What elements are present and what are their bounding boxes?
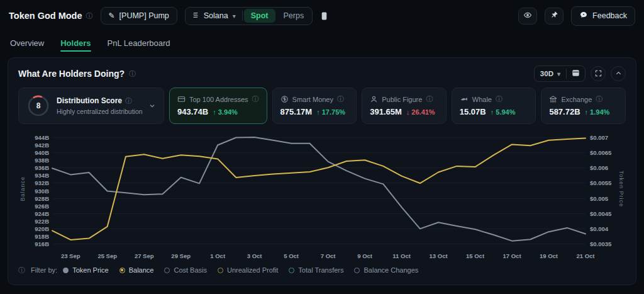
x-axis: 23 Sep25 Sep27 Sep29 Sep1 Oct3 Oct5 Oct7…: [52, 251, 586, 261]
stat-card-value: 391.65M: [370, 107, 402, 116]
market-tab-spot[interactable]: Spot: [244, 9, 275, 23]
stat-card-change: ↓ 26.41%: [406, 108, 435, 116]
x-tick: 27 Sep: [135, 252, 154, 259]
y-tick-left: 926B: [35, 202, 49, 209]
wallet-card-icon: [177, 95, 186, 103]
filter-by-label: Filter by:: [31, 266, 57, 274]
filter-dot: [119, 268, 125, 273]
filter-unrealized-profit[interactable]: Unrealized Profit: [218, 266, 278, 274]
market-tabs: SpotPerps: [243, 8, 312, 24]
info-icon[interactable]: ⓘ: [86, 13, 93, 20]
y-tick-left: 938B: [35, 157, 49, 164]
tab-holders[interactable]: Holders: [60, 31, 91, 54]
x-tick: 3 Oct: [247, 252, 262, 259]
panel-controls: 30D ▾: [534, 65, 626, 82]
y-tick-left: 918B: [35, 232, 49, 239]
bank-icon: [549, 95, 557, 103]
token-select-label: [PUMP] Pump: [119, 11, 169, 20]
y-axis-right-title: Token Price: [617, 129, 626, 249]
filter-label: Balance: [129, 266, 154, 274]
distribution-score-card[interactable]: 8 Distribution Score ⓘ Highly centralize…: [18, 88, 164, 124]
filter-dot-inner: [121, 269, 123, 271]
collapse-button[interactable]: [611, 66, 626, 81]
info-icon[interactable]: ⓘ: [252, 96, 259, 103]
y-tick-left: 944B: [35, 134, 49, 141]
stat-card-public-figure[interactable]: Public Figureⓘ391.65M↓ 26.41%: [362, 88, 447, 124]
y-tick-left: 924B: [35, 210, 49, 217]
feedback-label: Feedback: [592, 11, 627, 20]
page-title: Token God Mode ⓘ: [9, 11, 93, 21]
distribution-score-subtitle: Highly centralized distribution: [57, 108, 142, 115]
market-tab-perps[interactable]: Perps: [277, 9, 311, 23]
range-controls: 30D ▾: [534, 65, 586, 82]
stat-card-change: ↑ 1.94%: [585, 108, 610, 116]
filter-label: Total Transfers: [298, 266, 343, 274]
y-tick-right: $0.006: [590, 164, 608, 171]
stat-card-top-100-addresses[interactable]: Top 100 Addressesⓘ943.74B↑ 3.94%: [169, 88, 267, 124]
stat-card-value: 587.72B: [549, 107, 580, 116]
x-tick: 17 Oct: [503, 252, 521, 259]
filter-items: Token PriceBalanceCost BasisUnrealized P…: [63, 266, 418, 274]
person-icon: [370, 95, 378, 103]
y-axis-left-title: Balance: [18, 129, 27, 249]
filter-cost-basis[interactable]: Cost Basis: [164, 266, 207, 274]
series-balance: [52, 139, 586, 240]
tab-pnl-leaderboard[interactable]: PnL Leaderboard: [108, 31, 170, 54]
pin-button[interactable]: [545, 8, 564, 25]
fullscreen-button[interactable]: [591, 66, 606, 81]
info-icon[interactable]: ⓘ: [596, 96, 602, 103]
stat-card-change: ↑ 5.94%: [491, 108, 516, 116]
y-tick-left: 932B: [35, 179, 49, 186]
info-icon[interactable]: ⓘ: [129, 71, 136, 77]
stat-card-label: Whale: [472, 96, 492, 103]
calendar-button[interactable]: [567, 66, 585, 81]
stat-card-change: ↑ 17.75%: [316, 108, 345, 116]
chain-select[interactable]: Solana ▾: [186, 8, 242, 25]
x-tick: 11 Oct: [392, 252, 411, 259]
y-tick-left: 936B: [35, 164, 49, 171]
filter-balance-changes[interactable]: Balance Changes: [354, 266, 418, 274]
x-tick: 1 Oct: [210, 252, 225, 259]
range-select[interactable]: 30D ▾: [535, 67, 566, 80]
distribution-score-value: 8: [26, 94, 50, 118]
filter-token-price[interactable]: Token Price: [63, 266, 108, 274]
chart-plot[interactable]: [52, 129, 586, 249]
x-tick: 9 Oct: [357, 252, 372, 259]
x-tick: 5 Oct: [284, 252, 299, 259]
clipboard-icon[interactable]: [320, 11, 328, 21]
stat-card-smart-money[interactable]: Smart Moneyⓘ875.17M↑ 17.75%: [272, 88, 357, 124]
info-icon[interactable]: ⓘ: [426, 96, 433, 103]
filter-dot: [164, 268, 170, 273]
panel-title: What Are Holders Doing? ⓘ: [18, 69, 136, 79]
tab-overview[interactable]: Overview: [10, 31, 44, 54]
token-price-axis-label: Token Price: [618, 171, 625, 207]
stat-card-label: Exchange: [561, 96, 592, 103]
token-select-button[interactable]: ✎ [PUMP] Pump: [101, 7, 177, 25]
stat-card-exchange[interactable]: Exchangeⓘ587.72B↑ 1.94%: [541, 88, 626, 124]
balance-axis-label: Balance: [19, 176, 26, 201]
x-tick: 29 Sep: [171, 252, 191, 259]
filter-balance[interactable]: Balance: [119, 266, 154, 274]
x-tick: 15 Oct: [466, 252, 484, 259]
page-title-text: Token God Mode: [9, 11, 82, 21]
info-icon[interactable]: ⓘ: [125, 98, 132, 105]
stat-card-whale[interactable]: Whaleⓘ15.07B↑ 5.94%: [452, 88, 536, 124]
filter-label: Cost Basis: [174, 266, 207, 274]
stat-card-value: 943.74B: [177, 107, 208, 116]
stat-card-value: 875.17M: [280, 107, 313, 116]
filter-dot: [354, 268, 360, 273]
info-icon[interactable]: ⓘ: [337, 96, 344, 103]
filter-dot: [63, 268, 69, 273]
y-tick-right: $0.0035: [590, 240, 611, 247]
feedback-button[interactable]: Feedback: [571, 6, 635, 26]
range-select-value: 30D: [540, 70, 553, 77]
filter-total-transfers[interactable]: Total Transfers: [289, 266, 343, 274]
info-icon: ⓘ: [18, 267, 25, 274]
watch-button[interactable]: [518, 8, 537, 25]
y-tick-left: 934B: [35, 172, 49, 179]
x-tick: 19 Oct: [540, 252, 558, 259]
chevron-down-icon[interactable]: [148, 102, 156, 110]
stat-card-value: 15.07B: [460, 107, 486, 116]
chain-select-label: Solana: [204, 11, 228, 20]
info-icon[interactable]: ⓘ: [496, 96, 502, 103]
